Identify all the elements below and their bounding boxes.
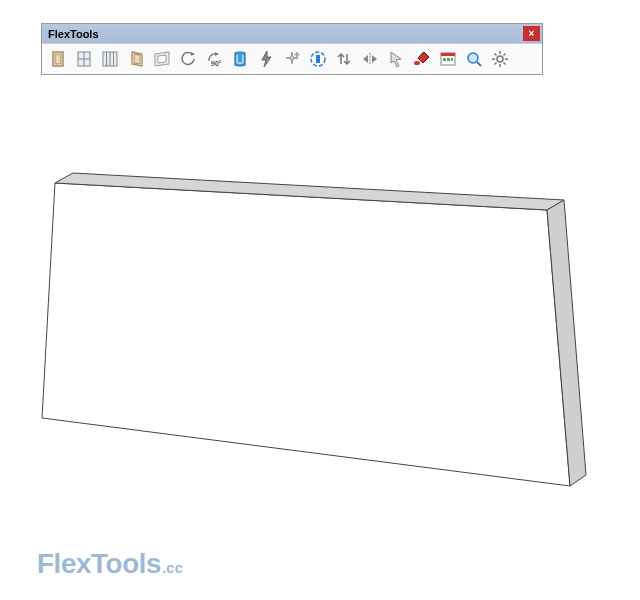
window-double-icon[interactable] [98,47,122,71]
svg-line-35 [477,62,481,66]
refresh-undo-icon[interactable] [176,47,200,71]
svg-line-43 [504,54,506,56]
svg-line-42 [504,63,506,65]
svg-marker-13 [134,54,140,64]
swap-vertical-icon[interactable] [332,47,356,71]
svg-marker-22 [363,55,368,63]
door-single-icon[interactable] [46,47,70,71]
svg-line-41 [495,54,497,56]
svg-marker-25 [391,52,401,67]
svg-point-34 [468,53,478,63]
flip-horizontal-icon[interactable] [358,47,382,71]
model-viewport [0,0,640,600]
select-arrow-icon[interactable] [384,47,408,71]
svg-rect-31 [443,58,446,61]
logo-suffix-text: .cc [162,559,183,576]
lightning-icon[interactable] [254,47,278,71]
logo-main-text: FlexTools [37,548,161,579]
flextools-logo: FlexTools.cc [37,548,183,580]
close-icon: × [529,29,535,39]
svg-marker-1 [55,173,564,210]
svg-marker-23 [372,55,377,63]
svg-rect-21 [316,55,320,63]
close-button[interactable]: × [523,26,540,41]
svg-rect-30 [441,53,455,56]
wall-cutter-icon[interactable] [228,47,252,71]
svg-rect-4 [55,54,61,64]
door-angled-icon[interactable] [124,47,148,71]
rotate-90-icon[interactable]: 90° [202,47,226,71]
settings-gear-icon[interactable] [488,47,512,71]
svg-rect-32 [447,58,450,61]
zoom-search-icon[interactable] [462,47,486,71]
paint-bucket-red-icon[interactable] [410,47,434,71]
flextools-toolbar-window: FlexTools × [41,23,543,75]
svg-marker-26 [418,52,429,63]
svg-marker-0 [42,183,570,486]
titlebar[interactable]: FlexTools × [42,24,542,43]
svg-marker-15 [158,55,166,63]
svg-text:90°: 90° [211,60,222,67]
toolbar-body: 90° [42,43,542,74]
svg-point-36 [497,56,503,62]
svg-rect-33 [451,58,453,61]
svg-marker-2 [547,200,586,486]
svg-marker-17 [215,52,219,56]
wall-opening-icon[interactable] [150,47,174,71]
window-single-icon[interactable] [72,47,96,71]
component-browser-icon[interactable] [436,47,460,71]
svg-line-44 [495,63,497,65]
svg-marker-16 [191,52,195,56]
svg-point-27 [414,61,420,65]
dynamic-component-icon[interactable] [306,47,330,71]
sparkle-icon[interactable] [280,47,304,71]
titlebar-title: FlexTools [48,28,99,40]
svg-marker-19 [262,51,271,67]
